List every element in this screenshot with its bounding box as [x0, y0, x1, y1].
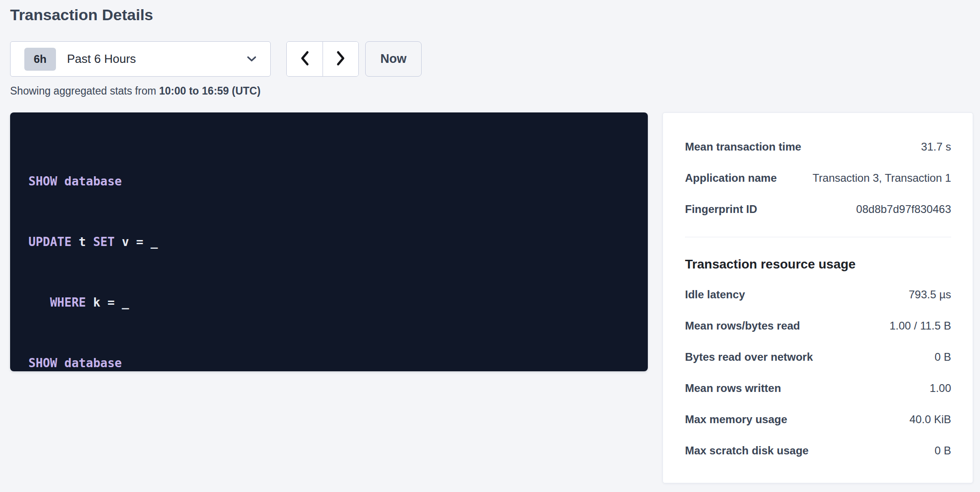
- stat-value: 1.00: [930, 382, 951, 395]
- time-nav-group: [286, 41, 359, 77]
- stat-value: 31.7 s: [921, 140, 951, 153]
- stat-row: Fingerprint ID 08d8b7d97f830463: [685, 194, 951, 225]
- sql-line: SHOW database: [28, 353, 629, 373]
- prev-time-button[interactable]: [287, 42, 323, 76]
- sql-keyword: SHOW: [28, 356, 57, 370]
- sql-keyword: database: [64, 174, 122, 188]
- stat-value: 0 B: [935, 351, 951, 363]
- stat-label: Bytes read over network: [685, 351, 813, 363]
- stat-row: Mean transaction time 31.7 s: [685, 131, 951, 162]
- aggregation-range-value: 10:00 to 16:59 (UTC): [159, 85, 261, 97]
- stat-label: Mean rows/bytes read: [685, 319, 800, 332]
- stat-label: Mean rows written: [685, 382, 781, 395]
- aggregation-range-text: Showing aggregated stats from 10:00 to 1…: [10, 84, 973, 97]
- main-content: SHOW database UPDATE t SET v = _ WHERE k…: [10, 112, 973, 483]
- summary-card: Mean transaction time 31.7 s Application…: [663, 112, 973, 483]
- stat-value: 793.5 µs: [908, 288, 951, 301]
- stat-row: Bytes read over network 0 B: [685, 341, 951, 373]
- stat-row: Mean rows written 1.00: [685, 373, 951, 404]
- time-range-label: Past 6 Hours: [67, 52, 136, 66]
- time-controls: 6h Past 6 Hours Now: [10, 41, 973, 77]
- stat-label: Idle latency: [685, 288, 745, 301]
- stat-row: Max memory usage 40.0 KiB: [685, 404, 951, 435]
- sql-keyword: SHOW: [28, 174, 57, 188]
- stat-label: Application name: [685, 172, 777, 184]
- aggregation-range-prefix: Showing aggregated stats from: [10, 85, 159, 97]
- stat-label: Max scratch disk usage: [685, 444, 808, 457]
- stat-value: 08d8b7d97f830463: [856, 203, 951, 216]
- sql-keyword: UPDATE: [28, 235, 72, 249]
- stat-value: 40.0 KiB: [909, 413, 951, 426]
- chevron-left-icon: [299, 50, 310, 67]
- chevron-down-icon: [247, 56, 256, 62]
- next-time-button[interactable]: [323, 42, 358, 76]
- stat-value: 1.00 / 11.5 B: [890, 319, 951, 332]
- page-title: Transaction Details: [10, 6, 973, 24]
- stat-label: Fingerprint ID: [685, 203, 757, 216]
- now-button[interactable]: Now: [365, 41, 422, 77]
- stat-row: Mean rows/bytes read 1.00 / 11.5 B: [685, 310, 951, 341]
- sql-keyword: WHERE: [50, 296, 86, 309]
- sql-keyword: SET: [93, 235, 115, 249]
- sql-statement-box: SHOW database UPDATE t SET v = _ WHERE k…: [10, 112, 648, 371]
- stat-row: Application name Transaction 3, Transact…: [685, 162, 951, 194]
- stat-value: 0 B: [935, 444, 951, 457]
- sql-keyword: database: [64, 356, 122, 370]
- sql-line: SHOW database: [28, 171, 629, 191]
- stat-label: Max memory usage: [685, 413, 787, 426]
- sql-line: WHERE k = _: [28, 292, 629, 313]
- time-range-badge: 6h: [24, 48, 56, 71]
- stat-value: Transaction 3, Transaction 1: [813, 172, 951, 184]
- chevron-right-icon: [335, 50, 346, 67]
- card-divider: [685, 237, 951, 237]
- stat-label: Mean transaction time: [685, 140, 801, 153]
- transaction-details-page: Transaction Details 6h Past 6 Hours Now …: [0, 0, 980, 483]
- time-range-dropdown[interactable]: 6h Past 6 Hours: [10, 41, 271, 77]
- sql-line: UPDATE t SET v = _: [28, 232, 629, 252]
- stat-row: Idle latency 793.5 µs: [685, 279, 951, 310]
- stat-row: Max scratch disk usage 0 B: [685, 435, 951, 466]
- resource-usage-heading: Transaction resource usage: [685, 257, 951, 272]
